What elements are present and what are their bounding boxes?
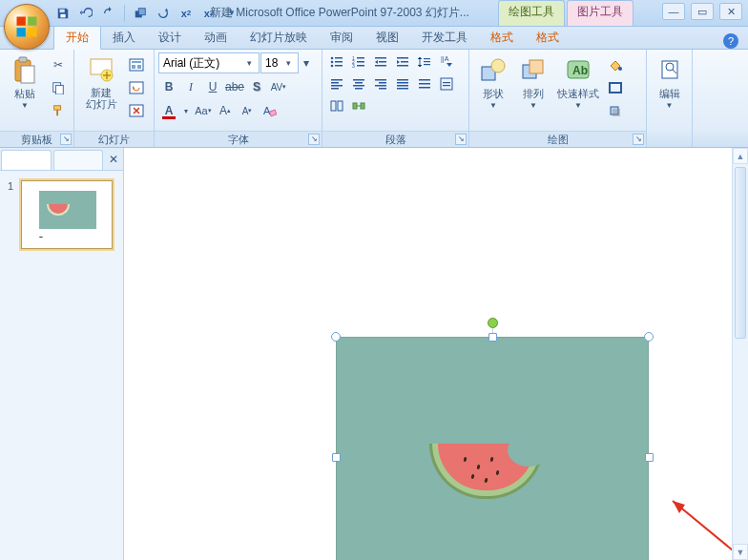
char-spacing-button[interactable]: AV▾: [268, 76, 289, 97]
grow-font-button[interactable]: A▴: [215, 100, 236, 121]
svg-rect-41: [401, 61, 408, 63]
tab-slides-thumb[interactable]: [1, 150, 52, 170]
clear-format-button[interactable]: A: [259, 100, 280, 121]
font-size-select[interactable]: 18▾: [260, 52, 299, 73]
ribbon-tab-design[interactable]: 设计: [147, 26, 193, 49]
slide-canvas[interactable]: 西瓜 ▲ ▼: [124, 148, 748, 560]
ribbon-tab-format-picture[interactable]: 格式: [525, 26, 571, 49]
shrink-font-button[interactable]: A▾: [237, 100, 258, 121]
scroll-up-icon[interactable]: ▲: [733, 148, 748, 164]
save-icon[interactable]: [53, 4, 73, 23]
ribbon-tab-insert[interactable]: 插入: [101, 26, 147, 49]
svg-rect-9: [19, 57, 27, 62]
shape-effects-icon[interactable]: [605, 100, 626, 121]
align-left-button[interactable]: [326, 74, 347, 93]
italic-button[interactable]: I: [180, 76, 201, 97]
ribbon-tab-view[interactable]: 视图: [364, 26, 410, 49]
delete-slide-icon[interactable]: [126, 100, 147, 121]
bold-button[interactable]: B: [158, 76, 179, 97]
tab-outline-thumb[interactable]: [53, 150, 104, 170]
restore-button[interactable]: ▭: [691, 3, 714, 20]
redo-icon[interactable]: [99, 4, 118, 23]
format-painter-icon[interactable]: [48, 100, 69, 121]
qat-sendback-icon[interactable]: [131, 4, 150, 23]
convert-smartart-button[interactable]: [348, 96, 369, 115]
underline-button[interactable]: U: [202, 76, 223, 97]
vertical-scrollbar[interactable]: ▲ ▼: [732, 148, 748, 560]
ribbon-tab-home[interactable]: 开始: [53, 25, 101, 50]
contextual-tab-picture[interactable]: 图片工具: [567, 0, 634, 26]
resize-handle[interactable]: [331, 332, 341, 342]
resize-handle[interactable]: [644, 332, 654, 342]
numbering-button[interactable]: 123: [348, 52, 369, 72]
undo-icon[interactable]: [76, 4, 95, 23]
dialog-launcher-icon[interactable]: ↘: [60, 134, 72, 145]
slide-thumbnail-1[interactable]: 1 ‒: [8, 180, 115, 253]
bullets-button[interactable]: [326, 52, 347, 72]
align-right-button[interactable]: [370, 74, 391, 93]
reset-icon[interactable]: [126, 77, 147, 98]
increase-indent-button[interactable]: [392, 52, 413, 72]
ribbon-tab-developer[interactable]: 开发工具: [410, 26, 479, 49]
resize-handle[interactable]: [645, 453, 654, 462]
dialog-launcher-icon[interactable]: ↘: [633, 134, 644, 145]
svg-rect-13: [54, 106, 61, 110]
scroll-down-icon[interactable]: ▼: [733, 544, 748, 560]
qat-superscript-icon[interactable]: x2: [177, 4, 196, 23]
font-color-dropdown[interactable]: ▾: [180, 100, 192, 121]
ribbon-tab-format-drawing[interactable]: 格式: [479, 26, 525, 49]
ribbon-tab-animations[interactable]: 动画: [193, 26, 239, 49]
close-panel-icon[interactable]: ✕: [104, 148, 123, 170]
change-case-button[interactable]: Aa▾: [193, 100, 214, 121]
arrange-button[interactable]: 排列▼: [513, 52, 553, 110]
close-button[interactable]: ✕: [719, 3, 742, 20]
align-center-button[interactable]: [348, 74, 369, 93]
ribbon-tab-slideshow[interactable]: 幻灯片放映: [239, 26, 319, 49]
qat-rotate-icon[interactable]: [154, 4, 173, 23]
client-area: ✕ 1 ‒: [0, 148, 748, 560]
office-button[interactable]: [4, 4, 50, 50]
shapes-button[interactable]: 形状▼: [473, 52, 513, 110]
decrease-indent-button[interactable]: [370, 52, 391, 72]
ribbon-tab-review[interactable]: 审阅: [319, 26, 364, 49]
line-spacing-button[interactable]: [414, 52, 435, 72]
svg-rect-45: [424, 64, 430, 65]
svg-rect-50: [331, 88, 339, 90]
dialog-launcher-icon[interactable]: ↘: [308, 134, 320, 145]
group-label-clipboard: 剪贴板↘: [0, 131, 73, 147]
svg-rect-28: [335, 61, 343, 63]
font-name-select[interactable]: Arial (正文)▾: [158, 52, 260, 73]
resize-handle[interactable]: [332, 453, 341, 462]
editing-button[interactable]: 编辑▼: [651, 52, 688, 110]
help-icon[interactable]: ?: [723, 33, 738, 49]
justify-button[interactable]: [392, 74, 413, 93]
svg-rect-55: [375, 79, 386, 81]
contextual-tab-drawing[interactable]: 绘图工具: [498, 0, 565, 26]
shape-outline-icon[interactable]: [605, 77, 626, 98]
font-dropdown-icon[interactable]: ▾: [300, 52, 313, 73]
dialog-launcher-icon[interactable]: ↘: [455, 134, 467, 145]
svg-text:Ab: Ab: [572, 64, 588, 77]
svg-rect-54: [355, 88, 363, 90]
minimize-button[interactable]: —: [662, 3, 685, 20]
align-text-button[interactable]: [436, 74, 457, 93]
strikethrough-button[interactable]: abe: [224, 76, 245, 97]
svg-rect-66: [441, 78, 452, 90]
svg-rect-26: [335, 57, 343, 59]
cut-icon[interactable]: ✂: [48, 54, 69, 75]
distributed-button[interactable]: [414, 74, 435, 93]
group-font: Arial (正文)▾ 18▾ ▾ B I U abe S AV▾ A ▾ Aa…: [155, 50, 322, 147]
shadow-button[interactable]: S: [246, 76, 267, 97]
shape-fill-icon[interactable]: [605, 54, 626, 75]
scrollbar-thumb[interactable]: [735, 167, 746, 339]
quick-styles-button[interactable]: Ab 快速样式▼: [553, 52, 603, 110]
new-slide-button[interactable]: 新建 幻灯片: [78, 52, 124, 110]
columns-button[interactable]: [326, 96, 347, 115]
copy-icon[interactable]: [48, 77, 69, 98]
paste-button[interactable]: 粘贴 ▼: [4, 52, 46, 110]
resize-handle[interactable]: [488, 333, 497, 342]
font-color-button[interactable]: A: [158, 100, 179, 121]
layout-icon[interactable]: [126, 54, 147, 75]
rotate-handle[interactable]: [488, 318, 498, 328]
text-direction-button[interactable]: ||A: [436, 52, 457, 72]
